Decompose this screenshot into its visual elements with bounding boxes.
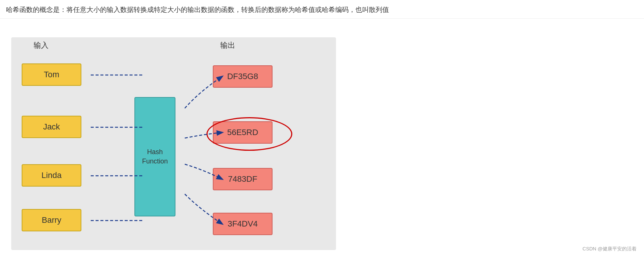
output-box-4: 3F4DV4 bbox=[213, 213, 273, 235]
output-box-1: DF35G8 bbox=[213, 65, 273, 88]
watermark: CSDN @健康平安的活着 bbox=[582, 246, 637, 252]
diagram-area: 输入 输出 Tom Jack Linda Barry Hash Function… bbox=[11, 26, 355, 250]
input-box-barry: Barry bbox=[22, 209, 81, 231]
output-label: 输出 bbox=[220, 40, 235, 50]
input-box-jack: Jack bbox=[22, 116, 81, 138]
output-box-3: 7483DF bbox=[213, 168, 273, 190]
input-box-linda: Linda bbox=[22, 164, 81, 187]
input-label: 输入 bbox=[34, 40, 49, 50]
output-box-2: 56E5RD bbox=[213, 121, 273, 144]
page-title: 哈希函数的概念是：将任意大小的输入数据转换成特定大小的输出数据的函数，转换后的数… bbox=[0, 0, 644, 19]
input-box-tom: Tom bbox=[22, 63, 81, 86]
hash-function-box: Hash Function bbox=[134, 97, 175, 216]
